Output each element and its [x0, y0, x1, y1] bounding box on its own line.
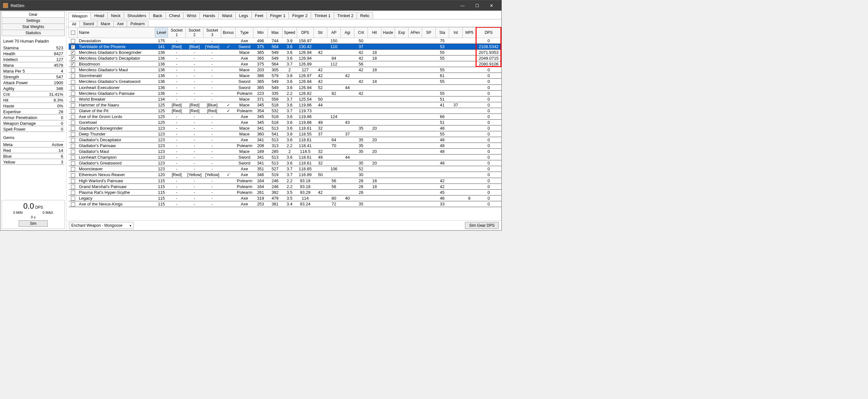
table-row[interactable]: Gladiator's Greatsword123---Sword3415133… — [69, 160, 501, 166]
row-checkbox[interactable] — [71, 109, 75, 113]
row-checkbox[interactable] — [71, 121, 75, 125]
weapon-table-wrap[interactable]: NameLevelSocket 1Socket 2Socket 3BonusTy… — [66, 27, 501, 220]
row-checkbox[interactable] — [71, 57, 75, 61]
col-header[interactable]: Sta — [436, 27, 449, 38]
slot-tab-finger-2[interactable]: Finger 2 — [288, 12, 311, 19]
row-checkbox[interactable] — [71, 179, 75, 183]
col-header[interactable]: Exp — [395, 27, 408, 38]
table-row[interactable]: Hammer of the Naaru125[Red][Red][Blue]✓M… — [69, 102, 501, 108]
col-header[interactable]: DPS — [297, 27, 314, 38]
row-checkbox[interactable] — [71, 185, 75, 189]
table-row[interactable]: Stormherald136---Mace3865793.8126.974242… — [69, 73, 501, 79]
table-row[interactable]: Bloodmoon136---Axe3755643.7126.891125620… — [69, 61, 501, 67]
col-header[interactable]: Bonus — [221, 27, 236, 38]
col-header[interactable]: Crit — [354, 27, 368, 38]
col-header[interactable] — [69, 27, 78, 38]
slot-tab-neck[interactable]: Neck — [107, 12, 124, 19]
col-header[interactable]: SP — [422, 27, 436, 38]
minimize-button[interactable]: — — [455, 1, 470, 10]
table-row[interactable]: Glaive of the Pit125[Red][Red][Red]✓Pole… — [69, 108, 501, 114]
row-checkbox[interactable] — [71, 92, 75, 96]
slot-tab-trinket-2[interactable]: Trinket 2 — [334, 12, 357, 19]
table-row[interactable]: Ethereum Nexus-Reaver120[Red][Yellow][Ye… — [69, 172, 501, 178]
table-row[interactable]: Axe of the Nexus-Kings115---Axe2533813.4… — [69, 201, 501, 207]
row-checkbox[interactable] — [71, 39, 75, 43]
table-row[interactable]: Merciless Gladiator's Greatsword136---Sw… — [69, 79, 501, 85]
left-tab-gear[interactable]: Gear — [2, 11, 65, 18]
col-header[interactable]: Haste — [381, 27, 395, 38]
enchant-select[interactable]: Enchant Weapon - Mongoose ▾ — [69, 222, 133, 229]
col-header[interactable]: APen — [408, 27, 422, 38]
table-row[interactable]: Gladiator's Painsaw123---Polearm2083132.… — [69, 143, 501, 149]
col-header[interactable]: AP — [327, 27, 341, 38]
col-header[interactable]: Max — [268, 27, 282, 38]
col-header[interactable]: Str — [314, 27, 327, 38]
row-checkbox[interactable] — [71, 51, 75, 55]
sim-button[interactable]: Sim — [19, 220, 48, 227]
type-tab-polearm[interactable]: Polearm — [127, 21, 148, 27]
row-checkbox[interactable] — [71, 68, 75, 72]
table-row[interactable]: High Warlord's Painsaw115---Polearm16424… — [69, 178, 501, 184]
row-checkbox[interactable] — [71, 202, 75, 207]
table-row[interactable]: Axe of the Gronn Lords125---Axe3455183.6… — [69, 114, 501, 119]
sim-gear-dps-button[interactable]: Sim Gear DPS — [465, 222, 499, 229]
row-checkbox[interactable] — [71, 62, 75, 66]
row-checkbox[interactable] — [71, 86, 75, 90]
table-row[interactable]: Twinblade of the Phoenix141[Red][Blue][Y… — [69, 44, 501, 50]
left-tab-stat-weights[interactable]: Stat Weights — [2, 24, 65, 30]
row-checkbox[interactable] — [71, 103, 75, 108]
col-header[interactable]: Hit — [368, 27, 381, 38]
row-checkbox[interactable] — [71, 132, 75, 136]
slot-tab-hands[interactable]: Hands — [199, 12, 219, 19]
row-checkbox[interactable] — [71, 126, 75, 131]
row-checkbox[interactable] — [71, 173, 75, 177]
type-tab-sword[interactable]: Sword — [79, 21, 97, 27]
col-header[interactable]: Agi — [341, 27, 354, 38]
table-row[interactable]: Deep Thunder123---Mace3605413.8118.55373… — [69, 131, 501, 137]
row-checkbox[interactable] — [71, 115, 75, 119]
row-checkbox[interactable] — [71, 161, 75, 165]
slot-tab-weapon[interactable]: Weapon — [68, 12, 91, 19]
table-row[interactable]: Gorehowl125---Axe3455183.6119.864943510 — [69, 119, 501, 125]
col-header[interactable]: MP5 — [463, 27, 476, 38]
table-row[interactable]: World Breaker134---Mace3715583.7125.5450… — [69, 96, 501, 102]
col-header[interactable]: Type — [236, 27, 253, 38]
table-row[interactable]: Lionheart Champion123---Sword3415133.611… — [69, 154, 501, 160]
col-header[interactable]: DPS — [476, 27, 501, 38]
row-checkbox[interactable] — [71, 155, 75, 160]
slot-tab-waist[interactable]: Waist — [218, 12, 236, 19]
table-row[interactable]: Gladiator's Maul123---Mace1892852118.532… — [69, 149, 501, 154]
slot-tab-legs[interactable]: Legs — [236, 12, 251, 19]
col-header[interactable]: Socket 1 — [168, 27, 186, 38]
maximize-button[interactable]: ☐ — [470, 1, 484, 10]
table-row[interactable]: Devastation175---Axe4967443.9158.9715050… — [69, 38, 501, 44]
slot-tab-trinket-1[interactable]: Trinket 1 — [311, 12, 334, 19]
row-checkbox[interactable] — [71, 138, 75, 142]
type-tab-mace[interactable]: Mace — [97, 21, 114, 27]
slot-tab-chest[interactable]: Chest — [165, 12, 183, 19]
row-checkbox[interactable] — [71, 97, 75, 102]
slot-tab-finger-1[interactable]: Finger 1 — [267, 12, 289, 19]
type-tab-all[interactable]: All — [68, 21, 80, 27]
slot-tab-shoulders[interactable]: Shoulders — [124, 12, 150, 19]
table-row[interactable]: Gladiator's Decapitator123---Axe3415133.… — [69, 137, 501, 143]
col-header[interactable]: Socket 3 — [204, 27, 221, 38]
type-tab-axe[interactable]: Axe — [114, 21, 127, 27]
table-row[interactable]: Gladiator's Bonegrinder123---Mace3415133… — [69, 125, 501, 131]
titlebar[interactable]: RetSim — ☐ ✕ — [0, 0, 501, 11]
table-row[interactable]: Lionheart Executioner136---Sword3655493.… — [69, 85, 501, 90]
left-tab-settings[interactable]: Settings — [2, 18, 65, 24]
table-row[interactable]: Merciless Gladiator's Painsaw136---Polea… — [69, 90, 501, 96]
row-checkbox[interactable] — [71, 191, 75, 195]
col-header[interactable]: Name — [78, 27, 155, 38]
row-checkbox[interactable] — [71, 144, 75, 148]
col-header[interactable]: Int — [449, 27, 463, 38]
table-row[interactable]: Legacy115---Axe3194793.511480404680 — [69, 195, 501, 201]
slot-tab-head[interactable]: Head — [91, 12, 108, 19]
slot-tab-relic[interactable]: Relic — [356, 12, 373, 19]
row-checkbox[interactable] — [71, 196, 75, 201]
table-row[interactable]: Merciless Gladiator's Decapitator136---A… — [69, 56, 501, 61]
select-all-checkbox[interactable] — [71, 31, 75, 35]
row-checkbox[interactable] — [71, 80, 75, 84]
left-tab-statistics[interactable]: Statistics — [2, 30, 65, 36]
